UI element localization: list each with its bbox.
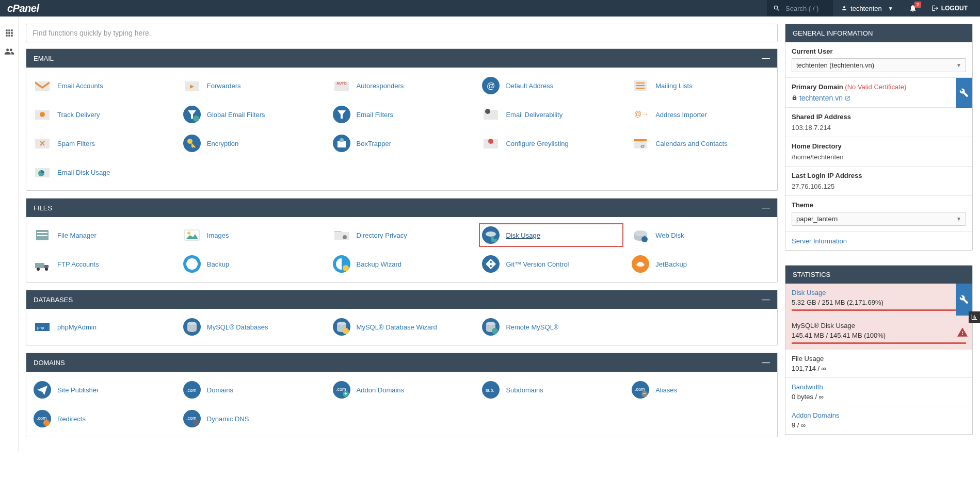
app-item[interactable]: MySQL® Databases (180, 315, 325, 339)
at-import-icon: @→ (631, 105, 650, 124)
stat-label: File Usage (792, 355, 966, 362)
app-item-label: Forwarders (207, 82, 241, 90)
current-user-select[interactable]: techtenten (techtenten.vn) ▼ (792, 58, 966, 72)
app-item-label: Global Email Filters (207, 111, 265, 119)
app-item[interactable]: Global Email Filters (180, 103, 325, 126)
group-header[interactable]: DATABASES— (26, 290, 777, 309)
user-menu[interactable]: techtenten ▼ (833, 0, 902, 16)
app-item-label: MySQL® Databases (207, 323, 268, 331)
app-item[interactable]: Directory Privacy (330, 223, 474, 247)
app-item[interactable]: Backup Wizard (330, 252, 474, 276)
group-panel: FILES—File ManagerImagesDirectory Privac… (26, 198, 778, 283)
app-item[interactable]: Backup (180, 252, 325, 276)
chart-toggle-button[interactable] (969, 311, 980, 323)
list-icon (631, 76, 650, 95)
svg-point-37 (343, 328, 349, 334)
svg-text:php: php (37, 325, 44, 330)
stat-label[interactable]: Addon Domains (792, 411, 966, 419)
external-link-icon (845, 95, 850, 101)
app-item[interactable]: .comRedirects (30, 407, 175, 431)
server-info-link[interactable]: Server Information (792, 237, 847, 245)
app-item[interactable]: FTP Accounts (30, 252, 175, 276)
progress-bar (792, 309, 966, 311)
sidebar-apps-icon[interactable] (0, 24, 19, 42)
collapse-icon[interactable]: — (762, 204, 770, 212)
stat-settings-button[interactable] (956, 284, 972, 316)
app-item-label: Addon Domains (357, 386, 405, 394)
app-item[interactable]: Encryption (180, 131, 325, 155)
app-item-label: Spam Filters (57, 140, 95, 147)
app-item[interactable]: Configure Greylisting (479, 131, 623, 155)
search-input[interactable] (785, 5, 827, 12)
group-header[interactable]: DOMAINS— (26, 353, 777, 372)
app-item[interactable]: Email Filters (330, 103, 474, 126)
app-item[interactable]: Track Delivery (30, 103, 175, 126)
group-panel: DOMAINS—Site Publisher.comDomains.com+Ad… (26, 353, 778, 437)
git-icon (481, 254, 501, 274)
envelope-user-icon (33, 76, 52, 95)
primary-domain-link[interactable]: techtenten.vn (799, 94, 850, 102)
envelope-auto-icon: AUTO (332, 76, 351, 95)
app-item[interactable]: Forwarders (180, 74, 325, 97)
app-item[interactable]: Spam Filters (30, 131, 175, 155)
collapse-icon[interactable]: — (762, 54, 770, 62)
app-item[interactable]: Disk Usage (479, 223, 623, 247)
app-item[interactable]: .comDomains (180, 378, 325, 402)
app-item[interactable]: Email Deliverability (479, 103, 623, 126)
shared-ip-label: Shared IP Address (792, 113, 966, 121)
envelope-pin-icon (33, 105, 52, 124)
app-item[interactable]: Git™ Version Control (479, 252, 623, 276)
app-item[interactable]: Remote MySQL® (479, 315, 623, 339)
app-item[interactable]: BoxTrapper (330, 131, 474, 155)
theme-value: paper_lantern (796, 215, 838, 223)
app-item[interactable]: Mailing Lists (629, 74, 773, 97)
paper-plane-icon (33, 380, 52, 400)
app-item[interactable]: JetBackup (629, 252, 773, 276)
group-header[interactable]: EMAIL— (26, 49, 777, 68)
notifications[interactable]: 2 (902, 0, 924, 16)
db-icon (182, 317, 202, 337)
collapse-icon[interactable]: — (762, 358, 770, 367)
app-item[interactable]: Email Disk Usage (30, 160, 175, 184)
sub-icon: sub. (481, 380, 501, 400)
stat-label[interactable]: Bandwidth (792, 383, 966, 391)
group-header[interactable]: FILES— (26, 199, 777, 217)
app-item[interactable]: .com+Addon Domains (330, 378, 474, 402)
svg-text:.com: .com (186, 388, 197, 393)
svg-point-56 (43, 420, 50, 426)
app-item[interactable]: File Manager (30, 223, 175, 247)
envelope-arrow-icon (182, 76, 202, 95)
app-item[interactable]: MySQL® Database Wizard (330, 315, 474, 339)
at-blue-icon: @ (481, 76, 501, 95)
app-item-label: Encryption (207, 140, 238, 147)
app-item-label: Site Publisher (57, 386, 99, 394)
domain-settings-button[interactable] (956, 78, 972, 108)
app-item-label: Dynamic DNS (207, 415, 249, 423)
collapse-icon[interactable]: — (762, 295, 770, 304)
app-item[interactable]: phpphpMyAdmin (30, 315, 175, 339)
app-item[interactable]: Site Publisher (30, 378, 175, 402)
stat-label[interactable]: Disk Usage (792, 289, 966, 296)
app-item-label: FTP Accounts (57, 260, 99, 268)
svg-point-21 (634, 230, 647, 236)
app-item[interactable]: .comDynamic DNS (180, 407, 325, 431)
app-item[interactable]: @Calendars and Contacts (629, 131, 773, 155)
header-search[interactable] (767, 0, 833, 16)
app-item[interactable]: @→Address Importer (629, 103, 773, 126)
theme-select[interactable]: paper_lantern ▼ (792, 212, 966, 226)
lock-icon (792, 95, 797, 101)
app-item[interactable]: Email Accounts (30, 74, 175, 97)
app-item[interactable]: .com−Aliases (629, 378, 773, 402)
app-item[interactable]: Web Disk (629, 223, 773, 247)
app-item[interactable]: @Default Address (479, 74, 623, 97)
app-item[interactable]: AUTOAutoresponders (330, 74, 474, 97)
app-item[interactable]: Images (180, 223, 325, 247)
theme-label: Theme (792, 201, 966, 209)
app-item[interactable]: sub.Subdomains (479, 378, 623, 402)
image-icon (182, 225, 202, 245)
logout-button[interactable]: LOGOUT (924, 0, 975, 16)
quick-search-input[interactable] (26, 24, 778, 42)
app-item-label: Autoresponders (357, 82, 404, 90)
home-dir-label: Home Directory (792, 142, 966, 150)
sidebar-users-icon[interactable] (0, 42, 19, 61)
